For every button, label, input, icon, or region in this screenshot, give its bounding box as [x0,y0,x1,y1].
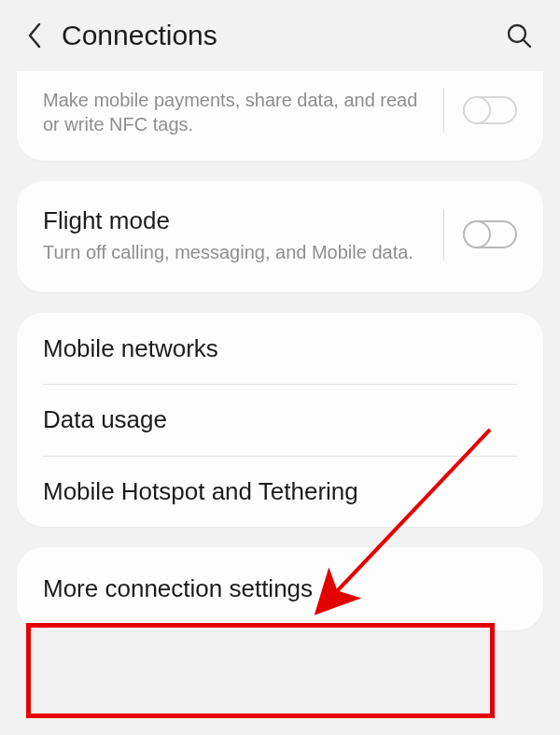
nfc-subtitle: Make mobile payments, share data, and re… [43,88,425,136]
divider [443,88,444,133]
flight-mode-toggle[interactable] [463,220,517,248]
flight-mode-card[interactable]: Flight mode Turn off calling, messaging,… [17,181,543,292]
search-icon [506,22,532,49]
app-header: Connections [0,0,560,71]
more-connection-settings-card[interactable]: More connection settings [17,547,543,630]
hotspot-tethering-item[interactable]: Mobile Hotspot and Tethering [17,456,543,528]
divider [443,209,444,261]
list-item-label: Mobile networks [43,333,517,364]
data-usage-item[interactable]: Data usage [17,384,543,456]
back-icon [26,22,45,49]
flight-mode-title: Flight mode [43,205,425,236]
more-connection-settings-label: More connection settings [43,573,517,604]
flight-mode-subtitle: Turn off calling, messaging, and Mobile … [43,240,425,264]
nfc-toggle[interactable] [463,96,517,124]
connections-group-card: Mobile networks Data usage Mobile Hotspo… [17,313,543,528]
search-button[interactable] [500,17,538,54]
back-button[interactable] [17,17,54,54]
list-item-label: Mobile Hotspot and Tethering [43,476,517,507]
page-title: Connections [62,20,500,51]
nfc-setting-card[interactable]: Make mobile payments, share data, and re… [17,71,543,161]
annotation-highlight-box [26,623,495,718]
mobile-networks-item[interactable]: Mobile networks [17,313,543,385]
list-item-label: Data usage [43,404,517,435]
svg-line-1 [524,40,530,47]
